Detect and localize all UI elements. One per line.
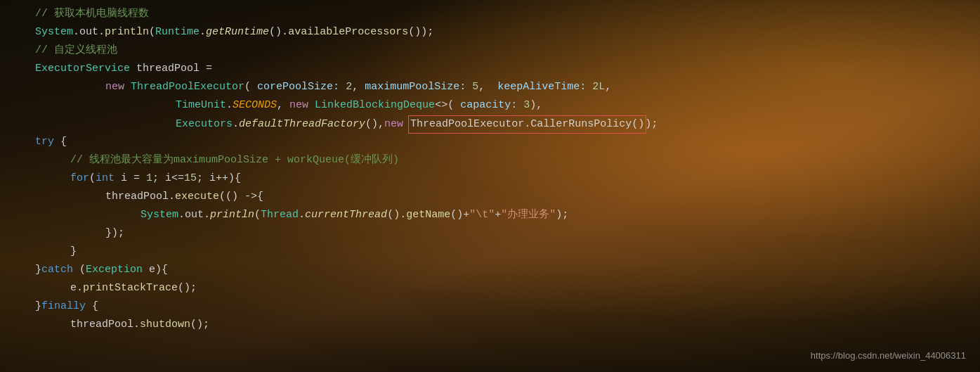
method-italic-token: getRuntime xyxy=(206,24,269,41)
method-italic-token: defaultThreadFactory xyxy=(239,116,365,133)
code-line-5: new ThreadPoolExecutor( corePoolSize: 2,… xyxy=(0,79,980,97)
code-line-3: // 自定义线程池 xyxy=(0,42,980,60)
default-token: (() ->{ xyxy=(219,188,263,205)
default-token: + xyxy=(495,207,501,224)
default-token: ), xyxy=(530,97,542,114)
default-token: <>( xyxy=(435,97,460,114)
default-token: (), xyxy=(365,116,384,133)
class-token: System xyxy=(35,24,73,41)
code-line-6: TimeUnit.SECONDS, new LinkedBlockingDequ… xyxy=(0,97,980,115)
keyword-token: catch xyxy=(41,262,73,278)
default-token xyxy=(517,97,523,114)
code-line-9: // 线程池最大容量为maximumPoolSize + workQueue(缓… xyxy=(0,152,980,170)
comment-token: // 自定义线程池 xyxy=(35,42,117,59)
default-token: ()); xyxy=(408,24,433,41)
class-token: Runtime xyxy=(155,24,200,41)
param-token: corePoolSize: xyxy=(257,79,339,96)
default-token: ; i<= xyxy=(152,170,184,187)
method-token: availableProcessors xyxy=(288,24,408,41)
default-token xyxy=(124,79,131,96)
code-line-12: System.out.println(Thread.currentThread(… xyxy=(0,207,980,225)
default-token: ; i++){ xyxy=(197,170,241,187)
code-container: // 获取本机电脑线程数 System.out.println(Runtime.… xyxy=(0,0,980,372)
default-token: , xyxy=(352,79,365,96)
class-token: Exception xyxy=(86,262,143,278)
default-token: , xyxy=(478,79,497,96)
code-line-7: Executors.defaultThreadFactory(),new Thr… xyxy=(0,115,980,134)
default-token: ( xyxy=(149,24,155,41)
default-token: ( xyxy=(244,79,257,96)
default-token: i = xyxy=(115,170,146,187)
default-token: ); xyxy=(556,207,568,224)
method-italic-token: currentThread xyxy=(305,207,387,224)
default-token: .out. xyxy=(178,207,210,224)
code-line-10: for(int i = 1; i<=15; i++){ xyxy=(0,170,980,188)
default-token: threadPool. xyxy=(105,188,175,205)
code-line-17: }finally { xyxy=(0,298,980,316)
default-token xyxy=(339,79,346,96)
class-token: ExecutorService xyxy=(35,60,130,77)
default-token: threadPool = xyxy=(130,60,212,77)
method-token: println xyxy=(105,24,149,41)
default-token: ); xyxy=(645,116,658,133)
default-token: . xyxy=(299,207,305,224)
code-line-18: threadPool.shutdown(); xyxy=(0,316,980,335)
default-token xyxy=(586,79,592,96)
watermark: https://blog.csdn.net/weixin_44006311 xyxy=(811,349,966,364)
default-token: (); xyxy=(190,316,209,333)
default-token: e){ xyxy=(143,262,168,278)
number-token: 2 xyxy=(346,79,352,96)
method-italic-token: println xyxy=(210,207,254,224)
class-token: TimeUnit xyxy=(176,97,226,114)
keyword-new-token: new xyxy=(289,97,308,114)
default-token: ( xyxy=(89,170,96,187)
default-token: ( xyxy=(73,262,86,278)
keyword-new-token: new xyxy=(384,116,403,133)
class-token: System xyxy=(141,207,178,224)
default-token: . xyxy=(200,24,206,41)
class-token: ThreadPoolExecutor xyxy=(131,79,244,96)
class-token: Thread xyxy=(261,207,299,224)
default-token: threadPool. xyxy=(70,316,140,333)
comment-token: // 获取本机电脑线程数 xyxy=(35,6,149,23)
boxed-token: ThreadPoolExecutor.CallerRunsPolicy() xyxy=(408,115,646,134)
default-token: (); xyxy=(178,280,197,297)
number-token: 1 xyxy=(146,170,152,187)
default-token: ()+ xyxy=(450,207,469,224)
code-line-2: System.out.println(Runtime.getRuntime().… xyxy=(0,24,980,42)
default-token: } xyxy=(35,262,41,278)
comment-token: // 线程池最大容量为maximumPoolSize + workQueue(缓… xyxy=(70,152,399,169)
class-token: LinkedBlockingDeque xyxy=(315,97,435,114)
default-token: }); xyxy=(105,225,124,242)
default-token: { xyxy=(54,134,67,150)
code-line-4: ExecutorService threadPool = xyxy=(0,60,980,79)
code-line-14: } xyxy=(0,243,980,262)
keyword-token: int xyxy=(96,170,115,187)
code-line-16: e.printStackTrace(); xyxy=(0,280,980,298)
default-token: . xyxy=(226,97,233,114)
code-line-13: }); xyxy=(0,225,980,243)
default-token: (). xyxy=(269,24,288,41)
code-line-1: // 获取本机电脑线程数 xyxy=(0,6,980,24)
default-token: , xyxy=(605,79,611,96)
default-token: e. xyxy=(70,280,83,297)
keyword-token: finally xyxy=(41,298,86,315)
default-token: { xyxy=(86,298,98,315)
code-line-11: threadPool.execute(() ->{ xyxy=(0,188,980,207)
number-token: 5 xyxy=(472,79,478,96)
number-token: 2L xyxy=(592,79,605,96)
string-token: "\t" xyxy=(469,207,495,224)
default-token xyxy=(466,79,472,96)
param-token: maximumPoolSize: xyxy=(365,79,466,96)
method-token: execute xyxy=(175,188,219,205)
method-token: printStackTrace xyxy=(83,280,178,297)
default-token: } xyxy=(35,298,41,315)
default-token: (). xyxy=(387,207,406,224)
default-token: .out. xyxy=(73,24,105,41)
method-token: getName xyxy=(406,207,450,224)
default-token: } xyxy=(70,243,77,260)
keyword-token: for xyxy=(70,170,89,187)
class-token: Executors xyxy=(176,116,233,133)
constant-token: SECONDS xyxy=(233,97,277,114)
method-token: shutdown xyxy=(140,316,190,333)
